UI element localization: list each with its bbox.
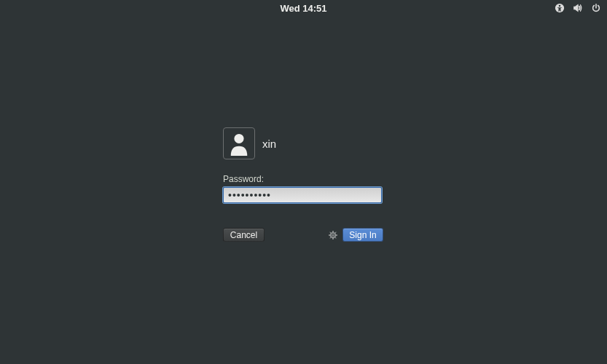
- user-row: xin: [223, 127, 383, 159]
- clock[interactable]: Wed 14:51: [280, 3, 326, 14]
- svg-point-2: [234, 134, 243, 143]
- volume-icon[interactable]: [573, 3, 583, 13]
- username-label: xin: [262, 138, 276, 150]
- accessibility-icon[interactable]: [555, 3, 565, 13]
- svg-point-1: [559, 5, 561, 7]
- button-row: Cancel Sign In: [223, 228, 383, 242]
- status-icons: [555, 3, 601, 13]
- top-panel: Wed 14:51: [0, 0, 607, 16]
- password-label: Password:: [223, 174, 383, 184]
- gear-icon[interactable]: [328, 230, 338, 240]
- signin-button[interactable]: Sign In: [342, 228, 383, 242]
- power-icon[interactable]: [591, 3, 601, 13]
- password-input[interactable]: [223, 187, 382, 203]
- right-button-group: Sign In: [328, 228, 383, 242]
- avatar: [223, 127, 255, 159]
- login-panel: xin Password:: [223, 127, 383, 203]
- cancel-button[interactable]: Cancel: [223, 228, 265, 242]
